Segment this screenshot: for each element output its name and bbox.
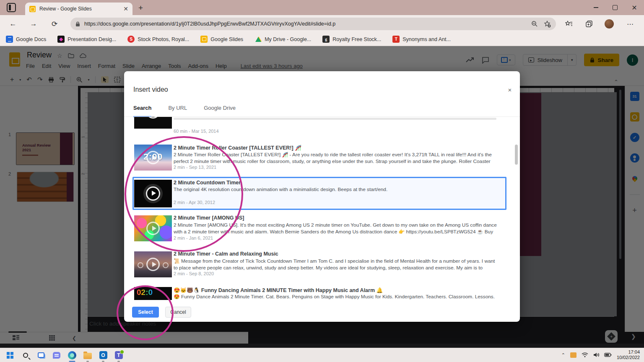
refresh-button[interactable]: ⟳	[49, 19, 60, 29]
bookmark-stock-photos[interactable]: SStock Photos, Royal...	[127, 36, 189, 43]
play-icon	[146, 117, 160, 119]
browser-profile-avatar[interactable]	[605, 19, 614, 28]
bookmark-my-drive[interactable]: My Drive - Google...	[254, 36, 311, 43]
collections-icon[interactable]	[584, 19, 594, 28]
synonyms-icon: T	[392, 36, 400, 43]
tab-actions-icon[interactable]	[7, 3, 16, 12]
dialog-tabs: Search By URL Google Drive	[133, 105, 236, 117]
back-button[interactable]: ←	[8, 19, 18, 29]
teams-icon[interactable]: T	[114, 350, 124, 360]
tab-title: Review - Google Slides	[39, 6, 121, 12]
browser-titlebar: Review - Google Slides ✕ + ✕	[0, 0, 644, 15]
window-close-button[interactable]: ✕	[625, 0, 644, 15]
presentation-design-icon: ◆	[57, 36, 65, 43]
window-controls: ✕	[586, 0, 644, 15]
lock-icon	[75, 21, 80, 27]
favorite-star-icon[interactable]	[544, 21, 551, 28]
wifi-icon[interactable]	[582, 352, 588, 357]
video-title: 😍🐱🐻🐧 Funny Dancing Animals 2 MINUTE Time…	[174, 287, 383, 293]
bookmarks-bar: Google Docs ◆Presentation Desig... SStoc…	[0, 33, 644, 46]
address-bar[interactable]: https://docs.google.com/presentation/d/1…	[70, 18, 556, 30]
favorites-bar-icon[interactable]	[564, 19, 574, 28]
file-explorer-icon[interactable]	[83, 350, 93, 360]
dialog-scrollbar[interactable]	[515, 145, 518, 165]
teams-chat-icon[interactable]	[52, 350, 62, 360]
bookmark-royalty-free-stock[interactable]: gRoyalty Free Stock...	[322, 36, 381, 43]
browser-tab[interactable]: Review - Google Slides ✕	[25, 3, 132, 15]
annotation-circle-select-button	[117, 285, 174, 340]
url-text: https://docs.google.com/presentation/d/1…	[84, 21, 525, 27]
clock-time: 17:04	[617, 349, 640, 355]
zoom-out-icon[interactable]	[531, 21, 538, 27]
stock-photos-icon: S	[127, 36, 135, 43]
video-thumbnail	[134, 251, 172, 277]
google-slides-icon	[200, 36, 208, 43]
slides-favicon-icon	[29, 6, 36, 12]
google-docs-icon	[6, 36, 13, 43]
task-view-icon[interactable]	[36, 350, 46, 360]
dialog-close-icon[interactable]: ×	[506, 86, 514, 93]
outlook-icon[interactable]: O	[98, 350, 108, 360]
battery-icon[interactable]	[604, 353, 612, 357]
video-thumbnail	[134, 117, 172, 129]
video-description: 📜 Message from the Creator of Tick Tock …	[174, 258, 500, 272]
start-button[interactable]	[5, 350, 15, 360]
screen: Review - Google Slides ✕ + ✕ ← → ⟳ https…	[0, 0, 644, 362]
video-description: 😍 Funny Dance Animals 2 Minute Timer. Ca…	[174, 294, 500, 300]
taskbar-clock[interactable]: 17:04 10/02/2022	[617, 349, 640, 360]
tab-search[interactable]: Search	[133, 105, 151, 117]
clipped-text-line	[174, 118, 496, 120]
taskbar-search-icon[interactable]	[21, 350, 31, 360]
edge-icon[interactable]	[67, 350, 77, 360]
bookmark-google-docs[interactable]: Google Docs	[6, 36, 46, 43]
windows-taskbar: O T	[0, 348, 644, 362]
clock-date: 10/02/2022	[617, 355, 640, 360]
bookmark-presentation-design[interactable]: ◆Presentation Desig...	[57, 36, 116, 43]
window-maximize-button[interactable]	[605, 0, 625, 15]
video-meta: 2 min - Sep 8, 2020	[174, 271, 214, 276]
tray-overflow-chevron-icon[interactable]: ⌃	[561, 352, 565, 358]
window-minimize-button[interactable]	[586, 0, 605, 15]
dialog-title: Insert video	[133, 86, 168, 93]
tab-close-icon[interactable]: ✕	[123, 5, 128, 12]
bookmark-google-slides[interactable]: Google Slides	[200, 36, 243, 43]
video-meta: 60 min - Mar 15, 2014	[174, 129, 219, 134]
tab-google-drive[interactable]: Google Drive	[204, 105, 236, 117]
new-tab-button[interactable]: +	[138, 3, 143, 13]
browser-toolbar: ← → ⟳ https://docs.google.com/presentati…	[0, 15, 644, 33]
play-icon	[146, 258, 160, 271]
royalty-free-stock-icon: g	[322, 36, 330, 43]
tab-by-url[interactable]: By URL	[168, 105, 187, 117]
annotation-circle-video-list	[125, 136, 243, 252]
bookmark-synonyms[interactable]: TSynonyms and Ant...	[392, 36, 451, 43]
browser-menu-icon[interactable]: ⋯	[626, 19, 635, 28]
video-title: 2 Minute Timer - Calm and Relaxing Music	[174, 251, 278, 257]
tray-mail-icon[interactable]	[570, 352, 576, 358]
google-drive-icon	[254, 36, 262, 43]
system-tray: ⌃ 17:04 10/02/2022	[561, 348, 640, 362]
forward-button[interactable]: →	[29, 19, 39, 29]
volume-icon[interactable]	[593, 352, 599, 357]
